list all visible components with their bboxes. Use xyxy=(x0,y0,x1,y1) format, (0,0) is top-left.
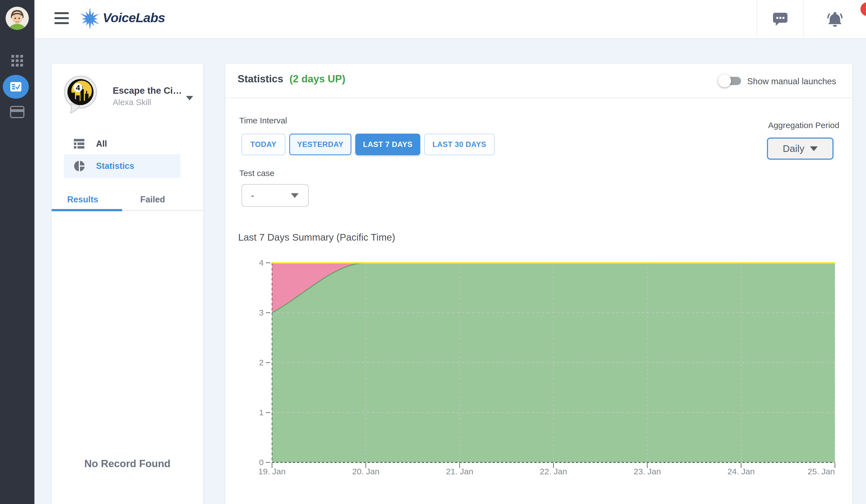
top-bar: VoiceLabs 1 xyxy=(34,0,866,39)
test-case-label: Test case xyxy=(239,169,275,178)
avatar-image xyxy=(5,7,29,30)
left-rail xyxy=(0,0,34,504)
bell-icon xyxy=(826,11,844,28)
show-manual-launches-toggle[interactable] xyxy=(722,77,741,85)
x-tick-label: 24. Jan xyxy=(728,467,755,476)
skill-badge: 4 xyxy=(76,84,80,92)
skill-name[interactable]: Escape the Ci… xyxy=(113,85,182,96)
uptime-status: (2 days UP) xyxy=(289,73,346,84)
last-30-days-button[interactable]: LAST 30 DAYS xyxy=(424,134,495,155)
page-title: Statistics (2 days UP) xyxy=(237,73,345,85)
card-icon[interactable] xyxy=(0,106,34,118)
chart-x-axis-labels: 19. Jan20. Jan21. Jan22. Jan23. Jan24. J… xyxy=(272,467,835,478)
tab-failed[interactable]: Failed xyxy=(140,195,165,205)
chevron-down-icon xyxy=(291,193,299,198)
test-case-value: - xyxy=(251,190,254,201)
x-tick-label: 21. Jan xyxy=(446,467,473,476)
last-7-days-button[interactable]: LAST 7 DAYS xyxy=(355,134,420,155)
yesterday-button[interactable]: YESTERDAY xyxy=(289,134,352,155)
toggle-knob[interactable] xyxy=(718,74,731,87)
today-button[interactable]: TODAY xyxy=(242,134,285,155)
x-tick-label: 23. Jan xyxy=(634,467,661,476)
empty-state-message: No Record Found xyxy=(52,458,203,470)
sidebar-item-label: All xyxy=(96,139,107,149)
y-tick-label: 0 xyxy=(225,457,264,468)
sidebar-item-all[interactable]: All xyxy=(64,132,180,156)
page-title-text: Statistics xyxy=(237,73,284,84)
chart-y-axis-labels: 01234 xyxy=(225,263,264,462)
brand-logo-text[interactable]: VoiceLabs xyxy=(103,10,165,25)
y-tick-label: 2 xyxy=(225,357,264,368)
x-tick-label: 20. Jan xyxy=(352,467,379,476)
chevron-down-icon xyxy=(810,146,818,151)
grid-icon[interactable] xyxy=(0,55,34,67)
tab-results[interactable]: Results xyxy=(67,195,98,205)
hamburger-icon[interactable] xyxy=(54,12,69,25)
checklist-icon xyxy=(10,82,21,91)
x-tick-label: 22. Jan xyxy=(540,467,567,476)
active-tab-indicator xyxy=(52,209,122,211)
aggregation-period-label: Aggregation Period xyxy=(763,121,839,130)
y-tick-label: 3 xyxy=(225,307,264,318)
pie-icon xyxy=(74,161,86,172)
y-tick-label: 1 xyxy=(225,407,264,418)
test-case-select[interactable]: - xyxy=(242,184,309,207)
notifications-button[interactable] xyxy=(804,0,866,38)
toggle-label: Show manual launches xyxy=(747,77,836,87)
app-root: VoiceLabs 1 xyxy=(0,0,866,504)
skill-avatar[interactable]: 4 xyxy=(63,75,98,119)
x-tick-label: 19. Jan xyxy=(258,467,286,476)
logo-star-icon xyxy=(76,4,104,33)
sidebar-item-statistics[interactable]: Statistics xyxy=(64,154,180,178)
time-interval-label: Time Interval xyxy=(239,116,287,125)
aggregation-period-select[interactable]: Daily xyxy=(767,138,834,160)
list-icon xyxy=(74,139,86,149)
time-interval-buttons: TODAY YESTERDAY LAST 7 DAYS LAST 30 DAYS xyxy=(242,134,495,155)
aggregation-period-value: Daily xyxy=(783,143,804,154)
chevron-down-icon[interactable] xyxy=(186,96,193,100)
skill-type: Alexa Skill xyxy=(113,98,151,107)
checklist-icon-active[interactable] xyxy=(3,75,29,99)
chart-plot-area[interactable] xyxy=(272,263,835,462)
chat-icon xyxy=(773,12,788,27)
x-tick-label: 25. Jan xyxy=(808,467,835,476)
statistics-panel: Statistics (2 days UP) Show manual launc… xyxy=(225,64,852,504)
user-avatar[interactable] xyxy=(5,7,29,30)
skill-panel: 4 Escape the Ci… Alexa Skill All xyxy=(52,64,203,504)
section-divider xyxy=(225,98,852,98)
sidebar-item-label: Statistics xyxy=(96,161,134,171)
chart-title: Last 7 Days Summary (Pacific Time) xyxy=(238,232,395,243)
chat-button[interactable] xyxy=(757,0,803,38)
y-tick-label: 4 xyxy=(225,257,264,268)
